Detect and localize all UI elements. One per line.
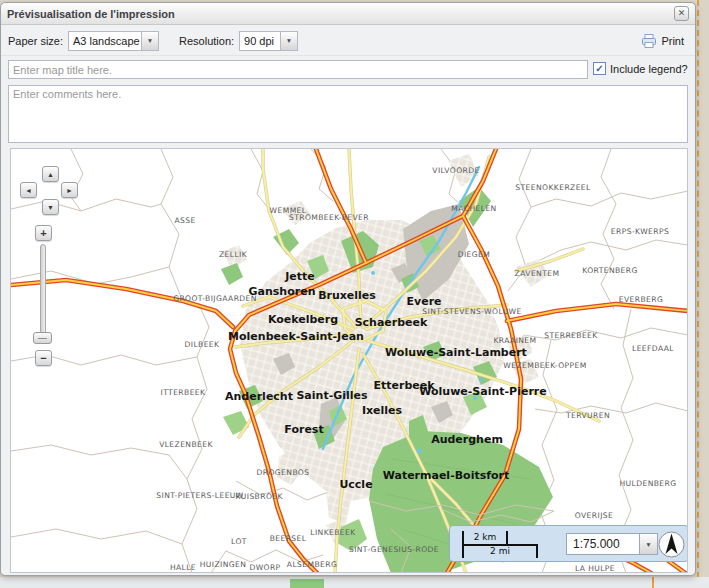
pan-right-button[interactable]: ►	[61, 182, 78, 198]
paper-size-value: A3 landscape	[69, 32, 141, 50]
map-label: SINT-PIETERS-LEEUW	[156, 491, 243, 500]
scale-km-label: 2 km	[462, 531, 508, 544]
map-label: RUISBROEK	[235, 492, 283, 501]
scale-trigger[interactable]: ▼	[639, 534, 657, 554]
background-page	[0, 577, 709, 588]
paper-size-select[interactable]: A3 landscape ▼	[68, 31, 159, 51]
map-label: ALSEMBERG	[287, 560, 337, 569]
map-label: HUIZINGEN	[200, 560, 247, 569]
dialog-title: Prévisualisation de l'impression	[7, 8, 175, 20]
map-label: HULDENBERG	[620, 479, 677, 488]
plus-icon: +	[40, 228, 46, 239]
background-map-fragment	[290, 579, 324, 588]
map-label: DWORP	[249, 563, 280, 572]
include-legend-label: Include legend?	[610, 63, 688, 75]
map-label: Bruxelles	[318, 289, 376, 302]
map-label: Ixelles	[362, 404, 403, 417]
map-label: Woluwe-Saint-Lambert	[385, 346, 527, 359]
map-label: Watermael-Boitsfort	[383, 469, 510, 482]
resolution-select[interactable]: 90 dpi ▼	[239, 31, 298, 51]
close-icon: ✕	[678, 9, 686, 18]
map-label: ITTERBEEK	[161, 388, 206, 397]
zoom-slider-handle[interactable]	[33, 332, 52, 344]
scale-select[interactable]: 1:75.000 ▼	[566, 533, 658, 555]
resolution-trigger[interactable]: ▼	[280, 32, 297, 50]
map-label: GROOT-BIJGAARDEN	[173, 294, 257, 303]
map-label: Anderlecht	[225, 390, 293, 403]
resolution-label: Resolution:	[179, 35, 234, 47]
map-label: STROMBEEK-BEVER	[289, 213, 369, 222]
map-label: Saint-Gilles	[296, 389, 368, 402]
arrow-left-icon: ◄	[25, 187, 32, 194]
map-label: Schaerbeek	[355, 316, 428, 329]
map-title-input[interactable]	[8, 60, 588, 79]
print-preview-dialog: Prévisualisation de l'impression ✕ Paper…	[0, 2, 696, 576]
map-label: VLEZENBEEK	[159, 440, 213, 449]
map-label: LINKEBEEK	[310, 528, 356, 537]
map-label: DILBEEK	[185, 340, 221, 349]
scale-panel: 2 km 2 mi 1:75.000 ▼	[449, 525, 688, 562]
map-label: SINT-STEVENS-WOLUWE	[422, 307, 521, 316]
zoom-out-button[interactable]: −	[35, 350, 52, 366]
map-label: LA HULPE	[575, 564, 615, 573]
scale-line: 2 km 2 mi	[462, 531, 552, 557]
arrow-up-icon: ▲	[47, 171, 54, 178]
map-label: Uccle	[339, 478, 372, 491]
map-label: LEEFDAAL	[632, 344, 674, 353]
map-label: MACHELEN	[451, 204, 496, 213]
arrow-right-icon: ►	[66, 187, 73, 194]
map-label: ZELLIK	[219, 250, 248, 259]
print-button[interactable]: Print	[637, 31, 688, 51]
background-page	[697, 0, 709, 588]
paper-size-label: Paper size:	[8, 35, 63, 47]
close-button[interactable]: ✕	[674, 6, 689, 21]
chevron-down-icon: ▼	[147, 37, 153, 44]
minus-icon: −	[40, 353, 46, 364]
map-label: KRAAINEM	[493, 336, 536, 345]
pan-up-button[interactable]: ▲	[42, 166, 59, 182]
zoom-slider-track[interactable]	[40, 244, 46, 334]
chevron-down-icon: ▼	[286, 37, 292, 44]
map-label: ASSE	[174, 216, 195, 225]
check-icon: ✓	[595, 64, 603, 74]
comments-textarea[interactable]	[8, 85, 688, 143]
map-label: DROGENBOS	[257, 468, 310, 477]
resolution-value: 90 dpi	[240, 32, 280, 50]
map-label: ERPS-KWERPS	[611, 227, 669, 236]
include-legend-control: ✓ Include legend?	[593, 62, 688, 75]
printer-icon	[641, 33, 657, 49]
map-canvas[interactable]: VILVOORDESTEENOKKERZEELWEMMELSTROMBEEK-B…	[11, 149, 688, 573]
map-label: Woluwe-Saint-Pierre	[419, 385, 546, 398]
zoom-in-button[interactable]: +	[35, 225, 52, 241]
map-label: Jette	[284, 270, 315, 283]
include-legend-checkbox[interactable]: ✓	[593, 62, 606, 75]
map-label: Evere	[406, 295, 441, 308]
pan-down-button[interactable]: ▼	[42, 199, 59, 215]
map-label: Molenbeek-Saint-Jean	[228, 330, 364, 343]
map-label: Ganshoren	[249, 285, 316, 298]
map-label: ZAVENTEM	[515, 269, 560, 278]
print-toolbar: Paper size: A3 landscape ▼ Resolution: 9…	[1, 26, 695, 56]
map-label: STEENOKKERZEEL	[515, 183, 591, 192]
map-label: WEZEMBEEK-OPPEM	[503, 361, 586, 370]
background-map-fragment	[652, 577, 654, 588]
scale-mi-label: 2 mi	[462, 546, 538, 558]
paper-size-trigger[interactable]: ▼	[141, 32, 158, 50]
map-label: TERVUREN	[565, 411, 610, 420]
map-label: BEERSEL	[270, 534, 307, 543]
arrow-down-icon: ▼	[47, 204, 54, 211]
north-arrow-compass	[658, 531, 685, 558]
map-label: EVERBERG	[619, 295, 663, 304]
map-label: KORTENBERG	[582, 266, 638, 275]
map-preview-panel: VILVOORDESTEENOKKERZEELWEMMELSTROMBEEK-B…	[10, 148, 688, 573]
map-label: Auderghem	[431, 433, 503, 446]
map-label: SINT-GENESIUS-RODE	[349, 545, 439, 554]
dialog-titlebar[interactable]: Prévisualisation de l'impression ✕	[1, 3, 695, 25]
map-label: Forest	[284, 423, 323, 436]
map-label: VILVOORDE	[432, 166, 479, 175]
map-label: LOT	[231, 537, 247, 546]
scale-value: 1:75.000	[567, 534, 639, 554]
print-button-label: Print	[661, 35, 684, 47]
map-label: OVERIJSE	[575, 511, 613, 520]
pan-left-button[interactable]: ◄	[20, 182, 37, 198]
